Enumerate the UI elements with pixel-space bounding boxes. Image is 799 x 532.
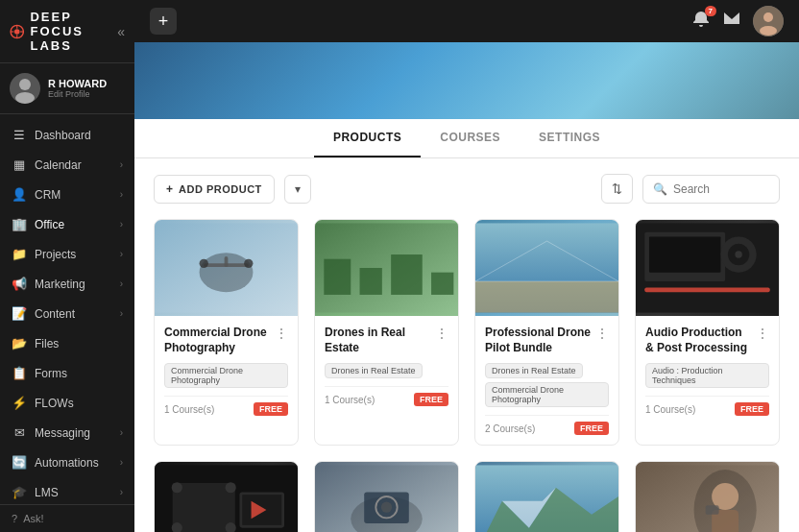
product-card-drones-in-real-estate[interactable]: Drones in Real Estate ⋮ Drones in Real E… [314,219,459,446]
product-card-photography-beginner-series[interactable]: Photography: Beginner Series ⋮ Photograp… [635,461,780,532]
product-title: Commercial Drone Photography [164,326,271,355]
product-body: Audio Production & Post Processing ⋮ Aud… [636,316,779,425]
projects-icon: 📁 [12,247,27,261]
sidebar-item-lms[interactable]: 🎓 LMS › [0,477,134,504]
messages-button[interactable] [722,10,741,34]
product-card-landscape-photography-basics[interactable]: Landscape Photography: Basics ⋮ Landscap… [474,461,619,532]
product-footer: 2 Course(s) FREE [485,415,609,435]
sidebar-item-calendar[interactable]: ▦ Calendar › [0,150,134,180]
products-panel: + ADD PRODUCT ▾ ⇅ 🔍 [134,158,799,532]
notifications-button[interactable]: 7 [691,10,711,34]
sidebar-item-label: Forms [35,367,67,380]
sidebar-profile[interactable]: R HOWARD Edit Profile [0,63,134,114]
sidebar-item-office[interactable]: 🏢 Office › [0,209,134,239]
automations-icon: 🔄 [12,455,27,470]
svg-point-30 [735,251,741,257]
svg-rect-18 [324,259,351,295]
tab-courses[interactable]: COURSES [421,119,520,157]
notification-badge: 7 [705,6,716,16]
products-toolbar: + ADD PRODUCT ▾ ⇅ 🔍 [154,174,780,204]
plus-icon: + [166,182,173,196]
free-badge: FREE [735,402,769,416]
sidebar-item-automations[interactable]: 🔄 Automations › [0,447,134,477]
ask-icon: ? [12,513,17,524]
chevron-right-icon: › [120,159,123,170]
svg-point-7 [15,92,35,104]
sidebar-item-forms[interactable]: 📋 Forms [0,358,134,388]
marketing-icon: 📢 [12,277,27,291]
logo-icon [10,18,24,45]
svg-rect-21 [431,273,453,295]
svg-point-10 [760,26,777,36]
sidebar-item-content[interactable]: 📝 Content › [0,299,134,328]
sidebar-item-flows[interactable]: ⚡ FLOWs [0,388,134,418]
sidebar-item-label: FLOWs [35,397,74,410]
product-card-the-practicing-photographer[interactable]: The Practicing Photographer ⋮ Practicing… [314,461,459,532]
product-body: Drones in Real Estate ⋮ Drones in Real E… [315,316,458,416]
product-tags: Audio : Production Techniques [645,363,769,388]
product-card-professional-drone-pilot-bundle[interactable]: Professional Drone Pilot Bundle ⋮ Drones… [474,219,619,446]
product-menu-button[interactable]: ⋮ [431,326,448,341]
product-menu-button[interactable]: ⋮ [271,326,288,341]
user-avatar[interactable] [753,6,784,36]
tab-settings[interactable]: SETTINGS [520,119,619,157]
product-footer: 1 Course(s) FREE [645,396,769,416]
search-box: 🔍 [642,175,780,204]
product-tags: Drones in Real Estate [325,363,448,378]
collapse-sidebar-button[interactable]: « [117,24,125,39]
sidebar-item-label: Dashboard [35,129,91,142]
chevron-right-icon: › [120,249,123,259]
ask-button[interactable]: ? Ask! [12,513,123,524]
tab-products[interactable]: PRODUCTS [314,119,421,157]
product-card-commercial-drone-photography[interactable]: Commercial Drone Photography ⋮ Commercia… [154,219,299,446]
svg-rect-14 [225,256,229,267]
product-tag-2: Commercial Drone Photography [485,382,609,407]
svg-point-6 [19,79,31,90]
product-body: Commercial Drone Photography ⋮ Commercia… [155,316,298,425]
sidebar-item-messaging[interactable]: ✉ Messaging › [0,418,134,447]
add-product-dropdown-button[interactable]: ▾ [284,175,311,204]
sidebar-item-dashboard[interactable]: ☰ Dashboard [0,120,134,150]
free-badge: FREE [254,402,288,416]
svg-rect-33 [173,483,235,532]
sidebar-item-crm[interactable]: 👤 CRM › [0,180,134,209]
sidebar-footer: ? Ask! [0,504,134,532]
chevron-right-icon: › [120,457,123,468]
search-input[interactable] [673,182,769,196]
product-body: Professional Drone Pilot Bundle ⋮ Drones… [475,316,618,445]
sidebar-item-files[interactable]: 📂 Files [0,328,134,358]
chevron-right-icon: › [120,278,123,289]
svg-rect-53 [706,506,719,515]
topbar: + 7 [134,0,799,42]
product-card-audio-production[interactable]: Audio Production & Post Processing ⋮ Aud… [635,219,780,446]
product-card-cinematography-bundle[interactable]: Cinematography Bundle ⋮ Cinematography B… [154,461,299,532]
sidebar-item-label: Marketing [35,278,85,291]
chevron-right-icon: › [120,427,123,438]
sidebar-item-projects[interactable]: 📁 Projects › [0,239,134,269]
product-title-row: Professional Drone Pilot Bundle ⋮ [485,326,609,355]
product-title-row: Audio Production & Post Processing ⋮ [645,326,769,355]
office-icon: 🏢 [12,217,27,231]
edit-profile-link[interactable]: Edit Profile [48,89,107,99]
product-title-row: Drones in Real Estate ⋮ [325,326,448,355]
product-footer: 1 Course(s) FREE [325,386,448,406]
sort-icon: ⇅ [612,181,622,196]
svg-rect-23 [475,281,618,313]
svg-point-45 [381,502,392,513]
product-menu-button[interactable]: ⋮ [592,326,609,341]
dashboard-icon: ☰ [12,128,27,142]
profile-avatar [10,73,40,104]
svg-point-1 [14,29,20,35]
app-name: DEEP FOCUS LABS [30,10,111,53]
add-product-button[interactable]: + ADD PRODUCT [154,175,275,204]
sidebar-item-label: Content [35,307,75,321]
sidebar-item-label: Office [35,218,64,231]
courses-count: 1 Course(s) [164,404,214,415]
lms-icon: 🎓 [12,485,27,499]
sidebar: DEEP FOCUS LABS « R HOWARD Edit Profile … [0,0,134,532]
product-menu-button[interactable]: ⋮ [752,326,769,341]
sidebar-item-marketing[interactable]: 📢 Marketing › [0,269,134,299]
add-button[interactable]: + [150,8,177,35]
courses-count: 1 Course(s) [645,404,695,415]
sort-button[interactable]: ⇅ [601,174,633,204]
